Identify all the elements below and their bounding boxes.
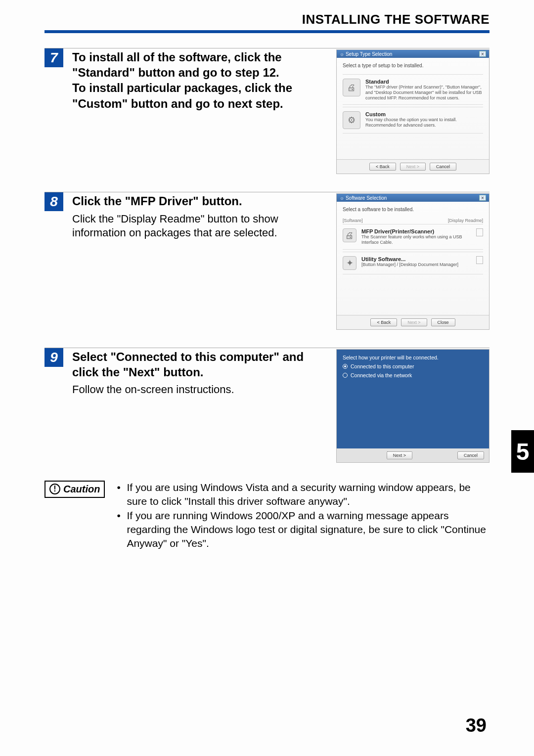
instruction-text: Select a software to be installed. [343, 207, 483, 212]
caution-block: ! Caution • If you are using Windows Vis… [44, 481, 490, 551]
chapter-tab: 5 [511, 430, 534, 473]
step-heading: Select "Connected to this computer" and … [72, 349, 324, 380]
instruction-text: Select a type of setup to be installed. [343, 63, 483, 68]
instruction-text: Select how your printer will be connecte… [343, 355, 483, 360]
option-standard[interactable]: 🖨 Standard The "MFP driver (Printer and … [343, 74, 483, 105]
page-icon[interactable] [476, 228, 483, 236]
radio-connected-computer[interactable]: Connected to this computer [343, 363, 483, 369]
display-readme-label[interactable]: [Display Readme] [448, 218, 483, 223]
window-title: ☼ Setup Type Selection [340, 51, 392, 57]
option-mfp-driver[interactable]: 🖨 MFP Driver(Printer/Scanner) The Scanne… [343, 224, 483, 250]
cancel-button[interactable]: Cancel [430, 163, 456, 171]
page-number: 39 [466, 715, 487, 736]
step-heading: To install all of the software, click th… [72, 49, 324, 111]
back-button[interactable]: < Back [369, 163, 396, 171]
step-number: 7 [44, 48, 63, 67]
window-title: ☼ Software Selection [340, 195, 387, 201]
settings-icon: ⚙ [343, 111, 360, 129]
step-7: 7 To install all of the software, click … [44, 48, 490, 174]
option-label: MFP Driver(Printer/Scanner) [361, 228, 471, 234]
step-body: Follow the on-screen instructions. [72, 383, 324, 397]
radio-connected-network[interactable]: Connected via the network [343, 372, 483, 378]
caution-label: Caution [63, 484, 100, 495]
printer-icon: 🖨 [343, 228, 356, 242]
step-body: Click the "Display Readme" button to sho… [72, 212, 324, 240]
option-custom[interactable]: ⚙ Custom You may choose the option you w… [343, 107, 483, 133]
option-desc: The Scanner feature only works when usin… [361, 234, 471, 245]
option-utility[interactable]: ✦ Utility Software... [Button Manager] /… [343, 252, 483, 274]
caution-item: • If you are using Windows Vista and a s… [117, 481, 490, 509]
page-header: INSTALLING THE SOFTWARE [44, 12, 490, 27]
radio-icon [343, 373, 348, 378]
header-divider [44, 30, 490, 33]
caution-icon: ! [49, 484, 60, 494]
printer-icon: 🖨 [343, 79, 360, 96]
option-label: Utility Software... [361, 256, 471, 262]
close-button[interactable]: Close [431, 318, 455, 326]
close-icon[interactable]: × [479, 51, 486, 57]
caution-badge: ! Caution [44, 481, 105, 498]
software-col-label: [Software] [343, 218, 363, 223]
utility-icon: ✦ [343, 256, 356, 270]
step-heading: Click the "MFP Driver" button. [72, 193, 324, 209]
screenshot-software-selection: ☼ Software Selection × Select a software… [336, 193, 490, 330]
caution-item: • If you are running Windows 2000/XP and… [117, 509, 490, 551]
next-button[interactable]: Next > [387, 451, 412, 459]
close-icon[interactable]: × [479, 195, 486, 201]
radio-label: Connected to this computer [351, 363, 414, 369]
option-label: Standard [365, 79, 483, 85]
next-button[interactable]: Next > [401, 318, 427, 326]
option-desc: The "MFP driver (Printer and Scanner)", … [365, 85, 483, 100]
step-number: 8 [44, 192, 63, 211]
cancel-button[interactable]: Cancel [457, 451, 484, 459]
screenshot-setup-type: ☼ Setup Type Selection × Select a type o… [336, 49, 490, 174]
step-number: 9 [44, 348, 63, 367]
option-desc: You may choose the option you want to in… [365, 117, 483, 128]
next-button[interactable]: Next > [400, 163, 426, 171]
screenshot-connection: Select how your printer will be connecte… [336, 349, 490, 463]
option-desc: [Button Manager] / [Desktop Document Man… [361, 262, 471, 267]
radio-label: Connected via the network [351, 372, 412, 378]
back-button[interactable]: < Back [370, 318, 397, 326]
page-icon[interactable] [476, 256, 483, 264]
step-9: 9 Select "Connected to this computer" an… [44, 348, 490, 463]
radio-icon [343, 364, 348, 369]
step-8: 8 Click the "MFP Driver" button. Click t… [44, 192, 490, 330]
option-label: Custom [365, 111, 483, 117]
